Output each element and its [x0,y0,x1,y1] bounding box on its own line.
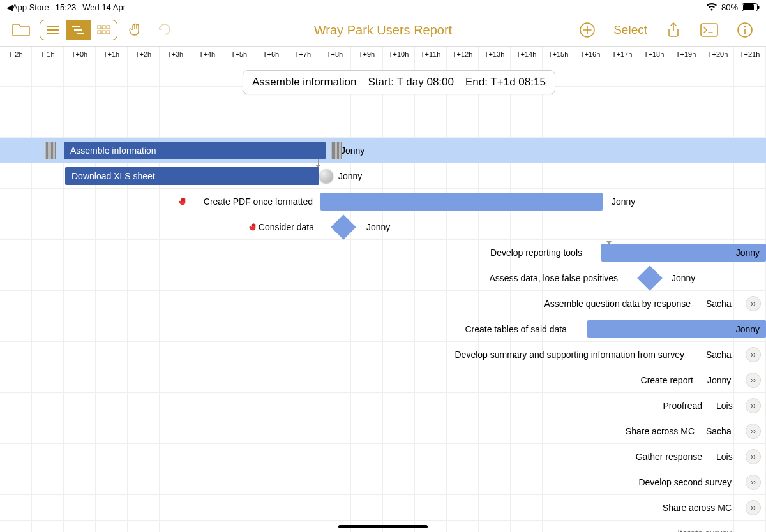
task-assignee: Jonny [736,244,760,262]
svg-rect-7 [102,26,105,29]
task-bar[interactable]: Assemble information [64,142,326,159]
time-column-label: T+1h [96,47,128,61]
task-name: Gather response [636,444,702,469]
stop-hand-icon [249,223,258,232]
task-assignee: Jonny [612,189,635,214]
add-button[interactable] [578,22,597,38]
task-assignee: Sacha [706,342,732,367]
task-name: Develop reporting tools [490,240,582,265]
task-name: Share across MC [663,495,732,521]
task-name: Share across MC [626,418,695,444]
svg-rect-10 [102,31,105,34]
task-assignee: Jonny [366,214,390,240]
status-date: Wed 14 Apr [82,3,126,12]
time-column-label: T+0h [64,47,96,61]
task-name: Iterate survey [677,521,732,532]
select-button[interactable]: Select [613,23,647,37]
popup-task-name: Assemble information [252,76,356,89]
time-column-label: T+6h [255,47,287,61]
task-name: Create PDF once formatted [204,189,313,214]
gantt-row [0,393,766,418]
status-time: 15:23 [56,3,77,12]
scroll-right-button[interactable]: ›› [746,373,761,388]
task-bar[interactable]: Jonny [601,244,766,262]
task-bar[interactable]: Download XLS sheet [65,167,319,185]
view-gantt[interactable] [66,20,91,40]
scroll-right-button[interactable]: ›› [746,347,761,362]
view-mode-segmented[interactable] [40,20,117,40]
terminal-button[interactable] [700,22,719,38]
svg-rect-3 [72,26,80,27]
time-column-label: T+11h [415,47,447,61]
task-bar[interactable]: Jonny [587,320,766,338]
svg-rect-11 [107,31,110,34]
undo-button[interactable] [154,22,174,38]
document-title[interactable]: Wray Park Users Report [314,23,452,38]
scroll-right-button[interactable]: ›› [746,449,761,464]
home-indicator[interactable] [338,525,428,528]
task-name: Download XLS sheet [71,167,155,185]
svg-rect-1 [743,4,754,10]
task-assignee: Sacha [706,418,732,444]
bar-progress-handle[interactable] [319,169,333,183]
dependency-line [650,193,650,237]
scroll-right-button[interactable]: ›› [746,424,761,439]
task-name: Create tables of said data [465,316,567,342]
time-column-label: T+3h [160,47,192,61]
time-column-label: T+8h [319,47,351,61]
time-column-label: T+17h [606,47,638,61]
stop-hand-icon [179,197,188,206]
svg-rect-2 [758,6,760,9]
wifi-icon [706,3,717,11]
view-board[interactable] [91,20,117,40]
popup-end: End: T+1d 08:15 [465,76,546,89]
scroll-right-button[interactable]: ›› [746,475,761,490]
time-column-label: T+10h [383,47,415,61]
time-column-label: T+15h [543,47,574,61]
task-name: Consider data [259,214,314,240]
time-column-label: T+2h [128,47,160,61]
scroll-right-button[interactable]: ›› [746,296,761,311]
status-bar: ◀ App Store 15:23 Wed 14 Apr 80% [0,0,766,14]
task-assignee: Lois [716,444,733,469]
task-name: Assemble question data by response [544,291,691,316]
svg-rect-13 [701,24,717,36]
task-assignee: Lois [716,393,733,418]
task-name: Create report [641,367,693,393]
time-ruler[interactable]: T-2hT-1hT+0hT+1hT+2hT+3hT+4hT+5hT+6hT+7h… [0,46,766,61]
svg-rect-5 [77,33,84,34]
time-column-label: T+9h [351,47,383,61]
time-column-label: T+4h [192,47,223,61]
dependency-line [318,159,319,165]
svg-rect-9 [98,31,101,34]
time-column-label: T+20h [702,47,734,61]
task-assignee: Sacha [706,291,732,316]
bar-resize-handle[interactable] [45,142,56,159]
time-column-label: T+18h [638,47,670,61]
task-assignee: Jonny [341,138,364,163]
task-name: Develop second survey [638,469,732,495]
share-button[interactable] [664,22,683,38]
task-assignee: Jonny [338,163,362,189]
time-column-label: T+12h [447,47,479,61]
time-column-label: T+19h [670,47,702,61]
time-column-label: T-2h [0,47,32,61]
task-name: Assess data, lose false positives [489,265,618,291]
folder-button[interactable] [11,22,31,38]
scroll-right-button[interactable]: ›› [746,398,761,413]
gantt-area[interactable]: Assemble informationJonnyDownload XLS sh… [0,61,766,532]
task-assignee: Jonny [707,367,731,393]
bar-resize-handle[interactable] [331,142,342,159]
back-to-app[interactable]: ◀ App Store [6,3,49,12]
view-list[interactable] [40,20,66,40]
toolbar: Wray Park Users Report Select [0,14,766,46]
task-assignee: Jonny [672,265,695,291]
time-column-label: T-1h [32,47,64,61]
time-column-label: T+7h [287,47,319,61]
hand-button[interactable] [126,22,146,38]
task-bar[interactable] [320,193,603,211]
info-button[interactable] [735,22,755,38]
battery-percent: 80% [721,3,738,12]
scroll-right-button[interactable]: ›› [746,500,761,515]
time-column-label: T+13h [479,47,511,61]
